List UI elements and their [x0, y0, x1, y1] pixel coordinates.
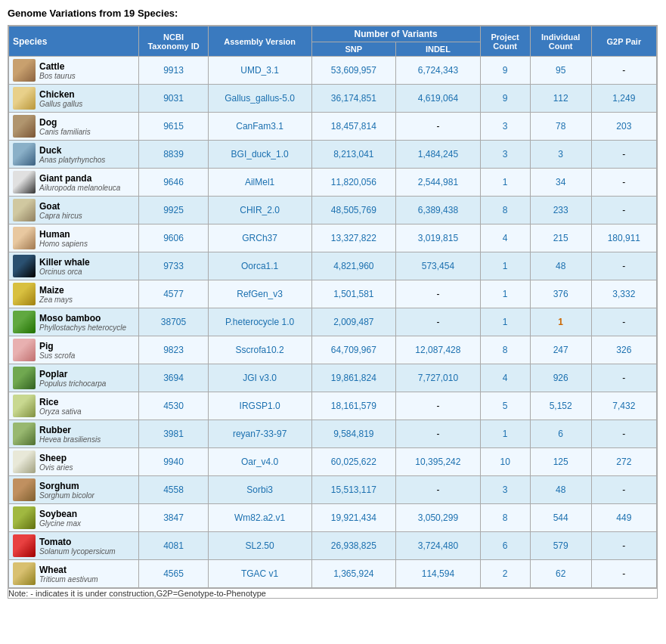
assembly-link-soybean[interactable]: Wm82.a2.v1: [234, 512, 285, 523]
indel-link-pig[interactable]: 12,087,428: [415, 345, 460, 355]
project-link-sheep[interactable]: 10: [500, 457, 510, 467]
indel-link-goat[interactable]: 6,389,438: [418, 205, 458, 215]
project-link-maize[interactable]: 1: [503, 289, 508, 299]
indel-link-soybean[interactable]: 3,050,299: [418, 512, 458, 523]
individual-link-killer-whale[interactable]: 48: [556, 261, 565, 271]
ncbi-link-killer-whale[interactable]: 9733: [163, 261, 184, 271]
g2p-link-pig[interactable]: 326: [616, 345, 631, 355]
ncbi-link-maize[interactable]: 4577: [163, 289, 184, 299]
individual-link-sheep[interactable]: 125: [553, 457, 568, 467]
ncbi-link-soybean[interactable]: 3847: [163, 512, 184, 523]
snp-link-wheat[interactable]: 1,365,924: [333, 568, 373, 579]
assembly-link-chicken[interactable]: Gallus_gallus-5.0: [225, 93, 295, 104]
individual-link-rubber[interactable]: 6: [558, 429, 563, 439]
snp-link-cattle[interactable]: 53,609,957: [331, 65, 376, 76]
project-link-cattle[interactable]: 9: [503, 65, 508, 76]
assembly-link-sheep[interactable]: Oar_v4.0: [241, 457, 278, 467]
snp-link-tomato[interactable]: 26,938,825: [331, 540, 376, 551]
project-link-sorghum[interactable]: 3: [503, 485, 508, 495]
individual-link-pig[interactable]: 247: [553, 345, 568, 355]
snp-link-rice[interactable]: 18,161,579: [331, 401, 376, 411]
snp-link-sheep[interactable]: 60,025,622: [331, 457, 376, 467]
individual-link-chicken[interactable]: 112: [553, 93, 568, 104]
snp-link-dog[interactable]: 18,457,814: [331, 121, 376, 132]
assembly-link-rice[interactable]: IRGSP1.0: [240, 401, 280, 411]
ncbi-link-wheat[interactable]: 4565: [163, 568, 184, 579]
assembly-link-poplar[interactable]: JGI v3.0: [243, 373, 277, 383]
snp-link-human[interactable]: 13,327,822: [331, 233, 376, 243]
ncbi-link-dog[interactable]: 9615: [163, 121, 184, 132]
snp-link-giant-panda[interactable]: 11,820,056: [331, 177, 376, 187]
project-link-goat[interactable]: 8: [503, 205, 508, 215]
assembly-link-killer-whale[interactable]: Oorca1.1: [241, 261, 278, 271]
snp-link-goat[interactable]: 48,505,769: [331, 205, 376, 215]
project-link-poplar[interactable]: 4: [503, 373, 508, 383]
indel-link-poplar[interactable]: 7,727,010: [418, 373, 458, 383]
ncbi-link-rubber[interactable]: 3981: [163, 429, 184, 439]
project-link-wheat[interactable]: 2: [503, 568, 508, 579]
ncbi-link-human[interactable]: 9606: [163, 233, 184, 243]
snp-link-duck[interactable]: 8,213,041: [333, 149, 373, 159]
assembly-link-pig[interactable]: Sscrofa10.2: [236, 345, 284, 355]
assembly-link-sorghum[interactable]: Sorbi3: [246, 485, 273, 495]
assembly-link-maize[interactable]: RefGen_v3: [237, 289, 283, 299]
ncbi-link-chicken[interactable]: 9031: [163, 93, 184, 104]
ncbi-link-moso-bamboo[interactable]: 38705: [161, 317, 186, 327]
ncbi-link-poplar[interactable]: 3694: [163, 373, 184, 383]
individual-link-giant-panda[interactable]: 34: [556, 177, 565, 187]
ncbi-link-pig[interactable]: 9823: [163, 345, 184, 355]
individual-link-dog[interactable]: 78: [556, 121, 565, 132]
individual-link-cattle[interactable]: 95: [556, 65, 565, 76]
ncbi-link-sheep[interactable]: 9940: [163, 457, 184, 467]
g2p-link-rice[interactable]: 7,432: [612, 401, 635, 411]
assembly-link-duck[interactable]: BGI_duck_1.0: [231, 149, 289, 159]
g2p-link-soybean[interactable]: 449: [616, 512, 631, 523]
indel-link-chicken[interactable]: 4,619,064: [418, 93, 458, 104]
project-link-dog[interactable]: 3: [503, 121, 508, 132]
g2p-link-chicken[interactable]: 1,249: [612, 93, 635, 104]
project-link-rice[interactable]: 5: [503, 401, 508, 411]
snp-link-rubber[interactable]: 9,584,819: [333, 429, 373, 439]
ncbi-link-rice[interactable]: 4530: [163, 401, 184, 411]
individual-link-goat[interactable]: 233: [553, 205, 568, 215]
snp-link-sorghum[interactable]: 15,513,117: [331, 485, 376, 495]
indel-link-sheep[interactable]: 10,395,242: [415, 457, 460, 467]
assembly-link-tomato[interactable]: SL2.50: [246, 540, 274, 551]
project-link-chicken[interactable]: 9: [503, 93, 508, 104]
assembly-link-goat[interactable]: CHIR_2.0: [240, 205, 280, 215]
g2p-link-dog[interactable]: 203: [616, 121, 631, 132]
assembly-link-giant-panda[interactable]: AilMel1: [245, 177, 274, 187]
ncbi-link-sorghum[interactable]: 4558: [163, 485, 184, 495]
individual-link-maize[interactable]: 376: [553, 289, 568, 299]
indel-link-duck[interactable]: 1,484,245: [418, 149, 458, 159]
g2p-link-sheep[interactable]: 272: [616, 457, 631, 467]
individual-link-moso-bamboo[interactable]: 1: [558, 317, 563, 327]
project-link-killer-whale[interactable]: 1: [503, 261, 508, 271]
indel-link-cattle[interactable]: 6,724,343: [418, 65, 458, 76]
indel-link-killer-whale[interactable]: 573,454: [422, 261, 454, 271]
g2p-link-maize[interactable]: 3,332: [612, 289, 635, 299]
assembly-link-dog[interactable]: CanFam3.1: [236, 121, 283, 132]
assembly-link-wheat[interactable]: TGAC v1: [241, 568, 278, 579]
individual-link-sorghum[interactable]: 48: [556, 485, 565, 495]
snp-link-soybean[interactable]: 19,921,434: [331, 512, 376, 523]
project-link-pig[interactable]: 8: [503, 345, 508, 355]
snp-link-pig[interactable]: 64,709,967: [331, 345, 376, 355]
ncbi-link-cattle[interactable]: 9913: [163, 65, 184, 76]
ncbi-link-goat[interactable]: 9925: [163, 205, 184, 215]
snp-link-poplar[interactable]: 19,861,824: [331, 373, 376, 383]
ncbi-link-tomato[interactable]: 4081: [163, 540, 184, 551]
individual-link-tomato[interactable]: 579: [553, 540, 568, 551]
indel-link-human[interactable]: 3,019,815: [418, 233, 458, 243]
g2p-link-human[interactable]: 180,911: [608, 233, 640, 243]
individual-link-poplar[interactable]: 926: [553, 373, 568, 383]
individual-link-wheat[interactable]: 62: [556, 568, 565, 579]
individual-link-soybean[interactable]: 544: [553, 512, 568, 523]
snp-link-moso-bamboo[interactable]: 2,009,487: [333, 317, 373, 327]
assembly-link-human[interactable]: GRCh37: [242, 233, 277, 243]
indel-link-giant-panda[interactable]: 2,544,981: [418, 177, 458, 187]
project-link-duck[interactable]: 3: [503, 149, 508, 159]
individual-link-human[interactable]: 215: [553, 233, 568, 243]
snp-link-chicken[interactable]: 36,174,851: [331, 93, 376, 104]
assembly-link-cattle[interactable]: UMD_3.1: [240, 65, 279, 76]
